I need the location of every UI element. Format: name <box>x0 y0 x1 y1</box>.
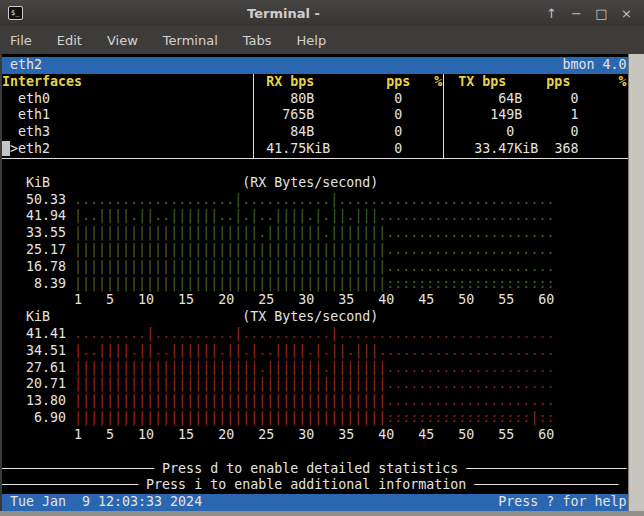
graph-title: KiB (TX Bytes/second) <box>2 309 628 326</box>
graph-x-axis: 1 5 10 15 20 25 30 35 40 45 50 55 60 <box>2 292 628 309</box>
hint-message: ─────────────────── Press d to enable de… <box>2 461 628 478</box>
bmon-title-bar: eth2 bmon 4.0 <box>2 57 628 74</box>
interface-row-eth1: eth1 765B 0 149B 1 <box>2 107 628 124</box>
graph-row: 27.61 |||||||||||||||||||||||.|||||||.||… <box>2 360 628 377</box>
menubar: FileEditViewTerminalTabsHelp <box>0 26 644 54</box>
window-bottom-border <box>0 511 644 516</box>
graph-row: 25.17 ||||||||||||||||||||||||||||||||||… <box>2 242 628 259</box>
bmon-status-bar: Tue Jan 9 12:03:33 2024 Press ? for help <box>2 494 628 511</box>
menu-item-file[interactable]: File <box>10 33 32 48</box>
terminal-screen: eth2 bmon 4.0Interfaces RX bps pps % TX … <box>2 54 628 514</box>
interface-row-eth2: >eth2 41.75KiB 0 33.47KiB 368 <box>2 141 628 158</box>
graph-row: 41.41 .........|..........|...........|.… <box>2 326 628 343</box>
graph-row: 41.94 |..||||.||..||||||..|.|..||||.|.||… <box>2 208 628 225</box>
interface-row-eth0: eth0 80B 0 64B 0 <box>2 91 628 108</box>
terminal-row <box>2 444 628 461</box>
table-column-separator <box>443 74 444 158</box>
graph-row: 50.33 ....................|...........|.… <box>2 192 628 209</box>
graph-row: 6.90 |||||||||||||||||||||||||||||||||||… <box>2 410 628 427</box>
window-buttons: ↑ − □ × <box>544 6 634 21</box>
table-column-separator <box>253 74 254 158</box>
titlebar[interactable]: $_ Terminal - ↑ − □ × <box>0 0 644 26</box>
graph-row: 34.51 |..||||.||..||||||.||.|..||||.|.||… <box>2 343 628 360</box>
menu-item-tabs[interactable]: Tabs <box>243 33 272 48</box>
graph-row: 16.78 ||||||||||||||||||||||||||||||||||… <box>2 259 628 276</box>
interface-row-eth3: eth3 84B 0 0 0 <box>2 124 628 141</box>
scrollbar[interactable] <box>628 54 644 511</box>
terminal-row <box>2 158 628 175</box>
graph-row: 33.55 |||||||||||||||||||||||.|||||||.||… <box>2 225 628 242</box>
menu-item-help[interactable]: Help <box>297 33 327 48</box>
maximize-button[interactable]: □ <box>594 6 609 21</box>
menu-item-terminal[interactable]: Terminal <box>163 33 218 48</box>
graph-row: 13.80 ||||||||||||||||||||||||||||||||||… <box>2 393 628 410</box>
menu-item-view[interactable]: View <box>107 33 138 48</box>
menu-item-edit[interactable]: Edit <box>57 33 82 48</box>
terminal-icon: $_ <box>8 6 23 20</box>
shade-button[interactable]: ↑ <box>544 6 559 21</box>
terminal-window: { "window": { "title": "Terminal -", "me… <box>0 0 644 516</box>
graph-title: KiB (RX Bytes/second) <box>2 175 628 192</box>
graph-x-axis: 1 5 10 15 20 25 30 35 40 45 50 55 60 <box>2 427 628 444</box>
minimize-button[interactable]: − <box>569 6 584 21</box>
graph-row: 8.39 |||||||||||||||||||||||||||||||||||… <box>2 276 628 293</box>
graph-row: 20.71 ||||||||||||||||||||||||||||||||||… <box>2 376 628 393</box>
close-button[interactable]: × <box>619 6 634 21</box>
table-bottom-rule <box>2 158 628 159</box>
window-title: Terminal - <box>23 6 544 21</box>
interface-table-header: Interfaces RX bps pps % TX bps pps % <box>2 74 628 91</box>
hint-message: ───────────────── Press i to enable addi… <box>2 477 628 494</box>
